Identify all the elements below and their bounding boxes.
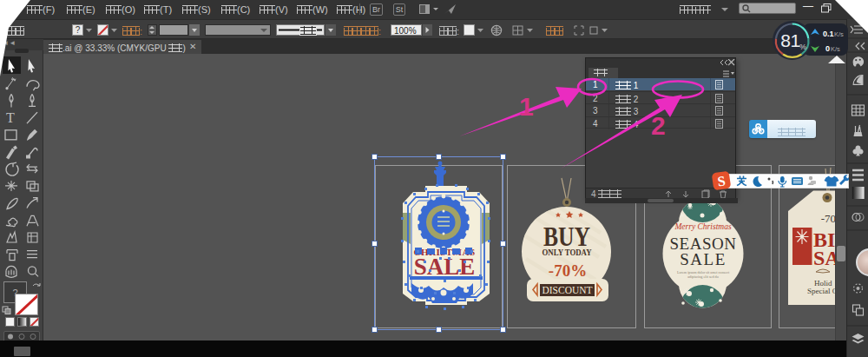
svg-text:1: 1: [519, 92, 534, 121]
svg-text:2: 2: [651, 111, 666, 140]
